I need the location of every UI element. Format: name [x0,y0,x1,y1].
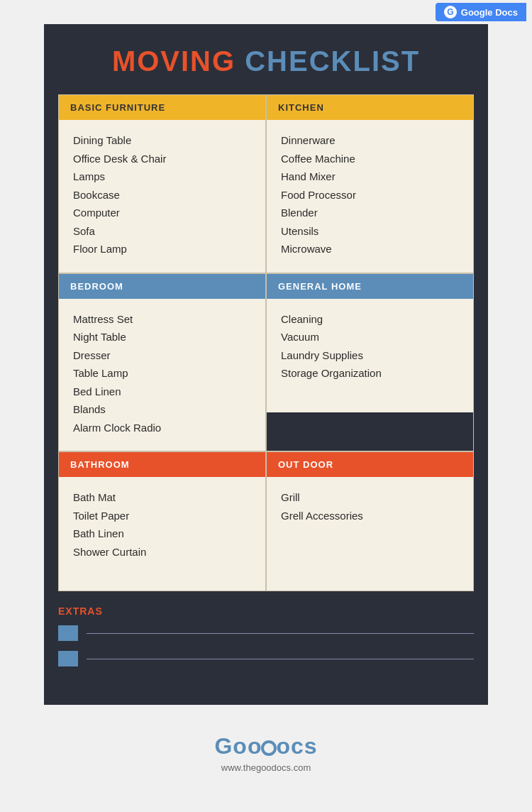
list-item: Blands [73,400,251,419]
list-item: Grill [281,488,459,507]
extras-input-1[interactable] [87,633,474,634]
section-header-bedroom: BEDROOM [59,274,265,299]
list-item: Mattress Set [73,310,251,329]
section-header-outdoor: OUT DOOR [267,452,473,477]
list-item: Utensils [281,222,459,241]
list-item: Sofa [73,222,251,241]
list-item: Grell Accessories [281,507,459,525]
logo-circle [261,740,277,756]
extras-checkbox-1[interactable] [58,625,78,641]
goodocs-logo: Gooocs [0,733,532,759]
list-item: Dining Table [73,131,251,150]
section-bedroom: BEDROOM Mattress Set Night Table Dresser… [58,273,266,452]
list-item: Shower Curtain [73,543,251,561]
section-body-general-home: Cleaning Vacuum Laundry Supplies Storage… [267,299,473,412]
list-item: Night Table [73,328,251,346]
google-docs-badge[interactable]: G Google Docs [436,3,526,21]
list-item: Food Processor [281,186,459,204]
section-body-basic-furniture: Dining Table Office Desk & Chair Lamps B… [59,120,265,273]
list-item: Lamps [73,168,251,186]
logo-goo: Goo [214,733,262,759]
list-item: Toilet Paper [73,507,251,525]
extras-line-1 [58,625,474,641]
footer-area: Gooocs www.thegoodocs.com [0,705,532,787]
list-item: Table Lamp [73,364,251,383]
list-item: Cleaning [281,310,459,329]
list-item: Bed Linen [73,383,251,401]
section-header-general-home: GENERAL HOME [267,274,473,299]
section-body-kitchen: Dinnerware Coffee Machine Hand Mixer Foo… [267,120,473,273]
document: MOVING CHECKLIST BASIC FURNITURE Dining … [44,24,488,705]
section-header-bathroom: BATHROOM [59,452,265,477]
title-checklist: CHECKLIST [245,45,420,77]
extras-label: EXTRAS [58,605,474,617]
list-item: Blender [281,204,459,222]
list-item: Storage Organization [281,364,459,383]
goodocs-url: www.thegoodocs.com [0,762,532,773]
extras-line-2 [58,651,474,666]
list-item: Alarm Clock Radio [73,419,251,437]
extras-checkbox-2[interactable] [58,651,78,666]
section-general-home: GENERAL HOME Cleaning Vacuum Laundry Sup… [266,273,474,452]
logo-docs: ocs [276,733,317,759]
section-body-bedroom: Mattress Set Night Table Dresser Table L… [59,299,265,451]
title-moving: MOVING [112,45,235,77]
section-bathroom: BATHROOM Bath Mat Toilet Paper Bath Line… [58,451,266,591]
list-item: Vacuum [281,328,459,346]
list-item: Coffee Machine [281,150,459,168]
list-item: Laundry Supplies [281,346,459,365]
section-body-outdoor: Grill Grell Accessories [267,477,473,591]
list-item: Bath Linen [73,525,251,543]
top-bar: G Google Docs [0,0,532,24]
extras-section: EXTRAS [58,605,474,666]
checklist-grid: BASIC FURNITURE Dining Table Office Desk… [58,94,474,591]
list-item: Office Desk & Chair [73,150,251,168]
doc-title: MOVING CHECKLIST [44,45,488,77]
section-kitchen: KITCHEN Dinnerware Coffee Machine Hand M… [266,94,474,273]
section-basic-furniture: BASIC FURNITURE Dining Table Office Desk… [58,94,266,273]
section-header-kitchen: KITCHEN [267,95,473,120]
list-item: Computer [73,204,251,222]
list-item: Dresser [73,346,251,365]
list-item: Bookcase [73,186,251,204]
section-body-bathroom: Bath Mat Toilet Paper Bath Linen Shower … [59,477,265,591]
list-item: Microwave [281,240,459,258]
list-item: Bath Mat [73,488,251,507]
google-docs-icon: G [444,6,457,18]
list-item: Floor Lamp [73,240,251,258]
google-docs-label: Google Docs [461,7,518,18]
section-outdoor: OUT DOOR Grill Grell Accessories [266,451,474,591]
list-item: Hand Mixer [281,168,459,186]
list-item: Dinnerware [281,131,459,150]
section-header-basic-furniture: BASIC FURNITURE [59,95,265,120]
extras-input-2[interactable] [87,659,474,659]
